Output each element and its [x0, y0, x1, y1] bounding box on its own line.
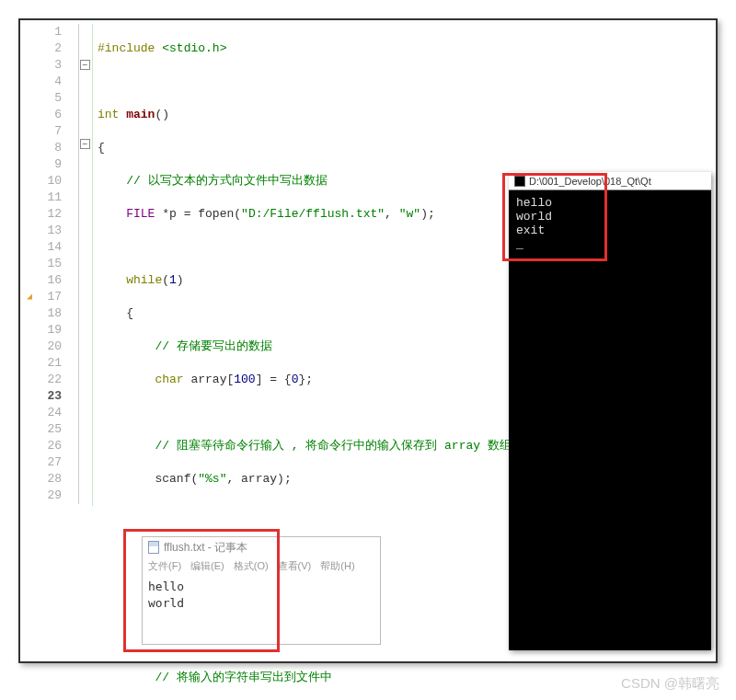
include-header: <stdio.h>: [162, 41, 226, 55]
keyword-int: int: [98, 108, 119, 121]
line-number-current: 23: [24, 388, 62, 405]
line-number: 22: [24, 372, 62, 388]
screenshot-frame: 1 2 3 4 5 6 7 8 9 10 11 12 13 14 15 16 1…: [18, 18, 718, 663]
decl: *p =: [155, 207, 198, 221]
highlight-box-console: [502, 173, 607, 261]
line-number: 7: [24, 123, 62, 140]
line-number: 12: [24, 206, 62, 223]
watermark: CSDN @韩曙亮: [621, 675, 719, 693]
line-number: 19: [24, 322, 62, 339]
line-number: 15: [24, 256, 62, 272]
fold-toggle[interactable]: [80, 139, 90, 149]
comment: // 以写文本的方式向文件中写出数据: [126, 174, 327, 188]
parens: (): [155, 108, 169, 121]
fn-scanf: scanf: [155, 472, 190, 486]
line-number: 28: [24, 471, 62, 488]
brace: {: [98, 141, 105, 155]
line-number: 25: [24, 421, 62, 438]
line-number: 20: [24, 339, 62, 355]
line-number: 11: [24, 189, 62, 206]
keyword-char: char: [155, 373, 183, 386]
comment: // 阻塞等待命令行输入 , 将命令行中的输入保存到 array 数组中: [155, 439, 523, 453]
line-number: 14: [24, 239, 62, 256]
preprocessor: #include: [98, 41, 155, 55]
line-number-gutter: 1 2 3 4 5 6 7 8 9 10 11 12 13 14 15 16 1…: [24, 24, 79, 504]
line-number: 2: [24, 40, 62, 57]
line-number: 26: [24, 438, 62, 454]
menu-view[interactable]: 查看(V): [278, 557, 312, 576]
string: "w": [399, 207, 420, 221]
line-number: 21: [24, 355, 62, 372]
keyword-while: while: [126, 273, 162, 287]
line-number: 16: [24, 272, 62, 289]
string: "D:/File/fflush.txt": [241, 207, 385, 221]
type-file: FILE: [126, 207, 155, 221]
menu-help[interactable]: 帮助(H): [320, 557, 354, 576]
line-number: 5: [24, 90, 62, 107]
line-number: 18: [24, 305, 62, 322]
highlight-box-notepad: [123, 529, 280, 652]
line-number: 8: [24, 140, 62, 156]
line-number: 10: [24, 173, 62, 189]
fold-toggle[interactable]: [80, 60, 90, 70]
line-number: 6: [24, 107, 62, 123]
indent-guide: [92, 24, 93, 506]
line-number: 27: [24, 454, 62, 471]
line-number: 3: [24, 57, 62, 74]
line-number: 29: [24, 488, 62, 504]
line-number: 24: [24, 405, 62, 421]
line-number: 9: [24, 156, 62, 173]
warning-marker: ◢: [24, 289, 35, 305]
fold-column: [79, 24, 92, 149]
comment: // 将输入的字符串写出到文件中: [155, 671, 331, 684]
line-number: 1: [24, 24, 62, 40]
fn-fopen: fopen: [198, 207, 234, 221]
line-number: 4: [24, 74, 62, 90]
fn-main: main: [126, 108, 155, 121]
comment: // 存储要写出的数据: [155, 339, 271, 353]
line-number: 13: [24, 223, 62, 239]
